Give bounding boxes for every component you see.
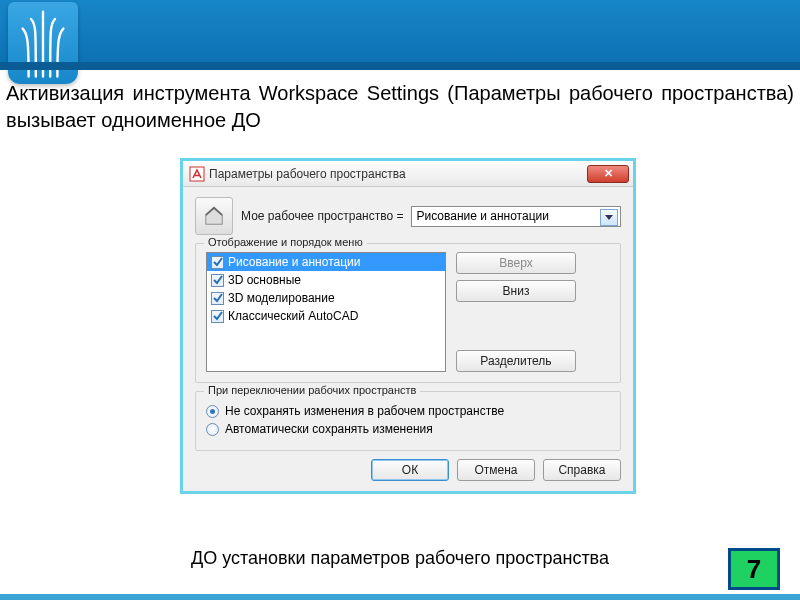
- radio-autosave[interactable]: Автоматически сохранять изменения: [206, 422, 610, 436]
- list-item[interactable]: Классический AutoCAD: [207, 307, 445, 325]
- home-icon: [195, 197, 233, 235]
- radio-no-save[interactable]: Не сохранять изменения в рабочем простра…: [206, 404, 610, 418]
- radio-checked-icon: [206, 405, 219, 418]
- slide-title: Активизация инструмента Workspace Settin…: [6, 80, 794, 134]
- chevron-down-icon: [605, 215, 613, 220]
- list-item-label: Рисование и аннотации: [228, 255, 360, 269]
- checkbox-checked-icon[interactable]: [211, 292, 224, 305]
- slide-caption: ДО установки параметров рабочего простра…: [0, 548, 800, 569]
- display-order-group: Отображение и порядок меню Рисование и а…: [195, 243, 621, 383]
- switch-group-label: При переключении рабочих пространств: [204, 384, 420, 396]
- list-item[interactable]: 3D основные: [207, 271, 445, 289]
- footer-bar: [0, 594, 800, 600]
- slide-header: [0, 0, 800, 62]
- radio-label: Не сохранять изменения в рабочем простра…: [225, 404, 504, 418]
- logo-badge: [8, 2, 78, 84]
- list-item-label: 3D основные: [228, 273, 301, 287]
- separator-button[interactable]: Разделитель: [456, 350, 576, 372]
- my-workspace-label: Мое рабочее пространство =: [241, 209, 403, 223]
- switch-group: При переключении рабочих пространств Не …: [195, 391, 621, 451]
- radio-label: Автоматически сохранять изменения: [225, 422, 433, 436]
- workspace-combo-value: Рисование и аннотации: [416, 209, 548, 223]
- move-up-button[interactable]: Вверх: [456, 252, 576, 274]
- checkbox-checked-icon[interactable]: [211, 310, 224, 323]
- list-item[interactable]: 3D моделирование: [207, 289, 445, 307]
- app-icon: [189, 166, 205, 182]
- radio-unchecked-icon: [206, 423, 219, 436]
- workspace-combo[interactable]: Рисование и аннотации: [411, 206, 621, 227]
- checkbox-checked-icon[interactable]: [211, 256, 224, 269]
- fountain-logo-icon: [15, 7, 71, 79]
- titlebar[interactable]: Параметры рабочего пространства ✕: [183, 161, 633, 187]
- dialog-window: Параметры рабочего пространства ✕ Мое ра…: [180, 158, 636, 494]
- dialog-title: Параметры рабочего пространства: [209, 167, 587, 181]
- checkbox-checked-icon[interactable]: [211, 274, 224, 287]
- help-button[interactable]: Справка: [543, 459, 621, 481]
- display-order-label: Отображение и порядок меню: [204, 236, 367, 248]
- list-item-label: 3D моделирование: [228, 291, 335, 305]
- close-icon: ✕: [604, 167, 613, 180]
- list-item-label: Классический AutoCAD: [228, 309, 358, 323]
- page-number: 7: [728, 548, 780, 590]
- workspace-listbox[interactable]: Рисование и аннотации 3D основные 3D мод…: [206, 252, 446, 372]
- close-button[interactable]: ✕: [587, 165, 629, 183]
- list-item[interactable]: Рисование и аннотации: [207, 253, 445, 271]
- move-down-button[interactable]: Вниз: [456, 280, 576, 302]
- ok-button[interactable]: ОК: [371, 459, 449, 481]
- cancel-button[interactable]: Отмена: [457, 459, 535, 481]
